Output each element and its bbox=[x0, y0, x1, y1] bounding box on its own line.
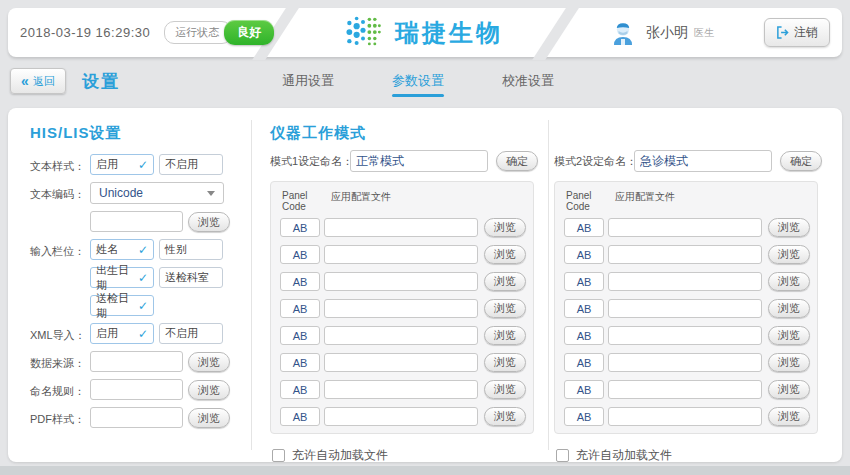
encoding-select[interactable]: Unicode bbox=[90, 182, 224, 204]
tab-参数设置[interactable]: 参数设置 bbox=[382, 72, 454, 97]
panel-code-input[interactable] bbox=[564, 353, 604, 372]
browse-button[interactable]: 浏览 bbox=[484, 326, 526, 345]
panel-code-input[interactable] bbox=[280, 353, 320, 372]
mode1-name-input[interactable] bbox=[350, 150, 488, 172]
panel-row: 浏览 bbox=[280, 272, 524, 291]
mode1-autoload[interactable]: 充许自动加载文件 bbox=[272, 447, 534, 464]
browse-button[interactable]: 浏览 bbox=[768, 245, 810, 264]
settings-tabs: 通用设置参数设置校准设置 bbox=[272, 72, 602, 97]
panel-code-header: Panel Code bbox=[282, 190, 328, 212]
toggle-option[interactable]: 出生日期✓ bbox=[90, 267, 154, 288]
data-source-row: 数据来源： 浏览 bbox=[30, 351, 242, 372]
work-mode-title: 仪器工作模式 bbox=[270, 124, 366, 143]
config-file-input[interactable] bbox=[608, 272, 762, 291]
mode1-autoload-checkbox[interactable] bbox=[272, 449, 285, 462]
panel-code-input[interactable] bbox=[280, 218, 320, 237]
encoding-file-row: 浏览 bbox=[30, 211, 242, 232]
browse-button[interactable]: 浏览 bbox=[484, 245, 526, 264]
panel-code-input[interactable] bbox=[280, 326, 320, 345]
panel-code-input[interactable] bbox=[280, 299, 320, 318]
brand-name: 瑞捷生物 bbox=[395, 17, 503, 49]
panel-row: 浏览 bbox=[564, 299, 808, 318]
toggle-label: 启用 bbox=[96, 326, 118, 341]
panel-code-input[interactable] bbox=[280, 407, 320, 426]
browse-button[interactable]: 浏览 bbox=[768, 326, 810, 345]
mode2-confirm-button[interactable]: 确定 bbox=[780, 151, 822, 171]
panel-row: 浏览 bbox=[280, 299, 524, 318]
browse-button[interactable]: 浏览 bbox=[768, 299, 810, 318]
config-file-input[interactable] bbox=[324, 407, 478, 426]
input-fields-row: 输入栏位： 姓名✓性别出生日期✓送检科室送检日期✓ bbox=[30, 239, 242, 316]
tab-通用设置[interactable]: 通用设置 bbox=[272, 72, 344, 97]
config-file-input[interactable] bbox=[324, 245, 478, 264]
browse-button[interactable]: 浏览 bbox=[484, 272, 526, 291]
config-file-input[interactable] bbox=[608, 245, 762, 264]
run-status-label: 运行状态 bbox=[164, 21, 232, 44]
input-fields-toggles: 姓名✓性别出生日期✓送检科室送检日期✓ bbox=[90, 239, 224, 316]
mode1-name-label: 模式1设定命名： bbox=[270, 154, 350, 169]
browse-button[interactable]: 浏览 bbox=[484, 380, 526, 399]
config-file-input[interactable] bbox=[608, 407, 762, 426]
run-status: 运行状态 良好 bbox=[164, 20, 274, 45]
section-divider bbox=[251, 120, 252, 450]
logout-button[interactable]: 注销 bbox=[764, 18, 830, 47]
toggle-option[interactable]: 姓名✓ bbox=[90, 239, 154, 260]
config-file-input[interactable] bbox=[324, 353, 478, 372]
config-file-input[interactable] bbox=[608, 353, 762, 372]
config-file-input[interactable] bbox=[324, 272, 478, 291]
browse-button[interactable]: 浏览 bbox=[484, 407, 526, 426]
panel-code-input[interactable] bbox=[564, 218, 604, 237]
mode1-confirm-button[interactable]: 确定 bbox=[496, 151, 538, 171]
browse-button[interactable]: 浏览 bbox=[484, 353, 526, 372]
toggle-option[interactable]: 启用✓ bbox=[90, 154, 154, 175]
panel-code-input[interactable] bbox=[564, 299, 604, 318]
config-file-input[interactable] bbox=[324, 326, 478, 345]
panel-code-input[interactable] bbox=[280, 245, 320, 264]
browse-button[interactable]: 浏览 bbox=[768, 272, 810, 291]
data-source-browse-button[interactable]: 浏览 bbox=[188, 352, 230, 372]
data-source-input[interactable] bbox=[90, 351, 183, 372]
mode2-name-input[interactable] bbox=[634, 150, 772, 172]
browse-button[interactable]: 浏览 bbox=[768, 407, 810, 426]
config-file-input[interactable] bbox=[324, 218, 478, 237]
panel-code-input[interactable] bbox=[564, 326, 604, 345]
browse-button[interactable]: 浏览 bbox=[768, 218, 810, 237]
check-icon: ✓ bbox=[138, 327, 148, 341]
tab-校准设置[interactable]: 校准设置 bbox=[492, 72, 564, 97]
panel-code-input[interactable] bbox=[280, 272, 320, 291]
toggle-option[interactable]: 送检日期✓ bbox=[90, 295, 154, 316]
config-file-input[interactable] bbox=[608, 326, 762, 345]
browse-button[interactable]: 浏览 bbox=[768, 353, 810, 372]
panel-code-input[interactable] bbox=[280, 380, 320, 399]
back-button[interactable]: « 返回 bbox=[10, 68, 66, 94]
naming-rule-label: 命名规则： bbox=[30, 379, 90, 399]
mode1-panel-header: Panel Code 应用配置文件 bbox=[282, 190, 524, 212]
browse-button[interactable]: 浏览 bbox=[768, 380, 810, 399]
config-file-input[interactable] bbox=[324, 299, 478, 318]
toggle-option[interactable]: 不启用 bbox=[159, 154, 223, 175]
config-file-input[interactable] bbox=[324, 380, 478, 399]
browse-button[interactable]: 浏览 bbox=[484, 299, 526, 318]
toggle-option[interactable]: 性别 bbox=[159, 239, 223, 260]
naming-rule-input[interactable] bbox=[90, 379, 183, 400]
panel-code-input[interactable] bbox=[564, 407, 604, 426]
mode2-autoload-checkbox[interactable] bbox=[556, 449, 569, 462]
config-file-input[interactable] bbox=[608, 380, 762, 399]
mode2-autoload[interactable]: 充许自动加载文件 bbox=[556, 447, 818, 464]
toggle-label: 送检科室 bbox=[165, 270, 209, 285]
check-icon: ✓ bbox=[138, 299, 148, 313]
pdf-style-browse-button[interactable]: 浏览 bbox=[188, 408, 230, 428]
panel-code-input[interactable] bbox=[564, 380, 604, 399]
toggle-option[interactable]: 启用✓ bbox=[90, 323, 154, 344]
encoding-browse-button[interactable]: 浏览 bbox=[188, 212, 230, 232]
config-file-input[interactable] bbox=[608, 218, 762, 237]
pdf-style-input[interactable] bbox=[90, 407, 183, 428]
toggle-option[interactable]: 不启用 bbox=[159, 323, 223, 344]
config-file-input[interactable] bbox=[608, 299, 762, 318]
naming-rule-browse-button[interactable]: 浏览 bbox=[188, 380, 230, 400]
toggle-option[interactable]: 送检科室 bbox=[159, 267, 223, 288]
panel-code-input[interactable] bbox=[564, 245, 604, 264]
encoding-file-input[interactable] bbox=[90, 211, 183, 232]
browse-button[interactable]: 浏览 bbox=[484, 218, 526, 237]
panel-code-input[interactable] bbox=[564, 272, 604, 291]
